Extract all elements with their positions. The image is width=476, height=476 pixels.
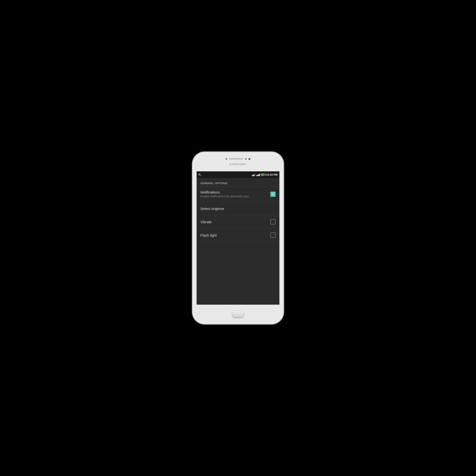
section-header: GENERAL OPTIONS (197, 178, 279, 187)
signal-bars-2 (256, 173, 260, 176)
signal-bar (252, 175, 253, 176)
phone-screen: H+ (197, 171, 279, 305)
signal-bar (254, 174, 255, 176)
status-time: 12:16 PM (266, 173, 277, 176)
status-bar-left: H+ (199, 173, 252, 176)
vibrate-title: Vibrate (200, 220, 270, 224)
signal-bar (259, 174, 260, 176)
phone-sensors (226, 158, 250, 160)
flash-light-checkbox[interactable] (270, 233, 276, 238)
h-plus-icon: H+ (199, 173, 201, 176)
section-header-text: GENERAL OPTIONS (200, 182, 227, 185)
signal-bar (255, 174, 255, 176)
notifications-checkbox[interactable] (270, 192, 276, 197)
flash-light-item[interactable]: Flash light (197, 229, 279, 242)
vibrate-checkbox[interactable] (270, 219, 276, 224)
notifications-subtitle: Enable notifications for automatic sync (200, 195, 270, 199)
signal-bar (257, 175, 258, 176)
flash-light-title: Flash light (200, 233, 270, 237)
vibrate-content: Vibrate (200, 220, 270, 224)
ringtone-content: Select ringtone (200, 206, 276, 211)
ringtone-title: Select ringtone (200, 206, 276, 211)
samsung-logo: SAMSUNG (230, 163, 246, 166)
signal-bar (258, 174, 259, 176)
notifications-item[interactable]: Notifications Enable notifications for a… (197, 187, 279, 202)
status-bar: H+ (197, 171, 279, 178)
signal-bar (256, 175, 257, 176)
sensor-dot-2 (245, 158, 247, 160)
flash-light-content: Flash light (200, 233, 270, 237)
status-bar-right: 12:16 PM (252, 173, 277, 176)
phone-top-bezel: SAMSUNG (193, 152, 283, 171)
front-camera (249, 158, 250, 160)
screen-content: GENERAL OPTIONS Notifications Enable not… (197, 178, 279, 305)
battery-fill (261, 174, 264, 175)
speaker-grille (229, 158, 243, 160)
battery-icon (261, 173, 265, 176)
notifications-content: Notifications Enable notifications for a… (200, 190, 270, 199)
phone-bottom-bezel (193, 305, 283, 324)
vibrate-item[interactable]: Vibrate (197, 215, 279, 229)
sensor-dot (226, 158, 227, 160)
home-button[interactable] (232, 311, 244, 318)
select-ringtone-item[interactable]: Select ringtone (197, 202, 279, 215)
signal-bar (253, 175, 254, 176)
phone-device: SAMSUNG H+ (193, 152, 283, 324)
notifications-title: Notifications (200, 190, 270, 194)
signal-bars-1 (252, 173, 255, 176)
